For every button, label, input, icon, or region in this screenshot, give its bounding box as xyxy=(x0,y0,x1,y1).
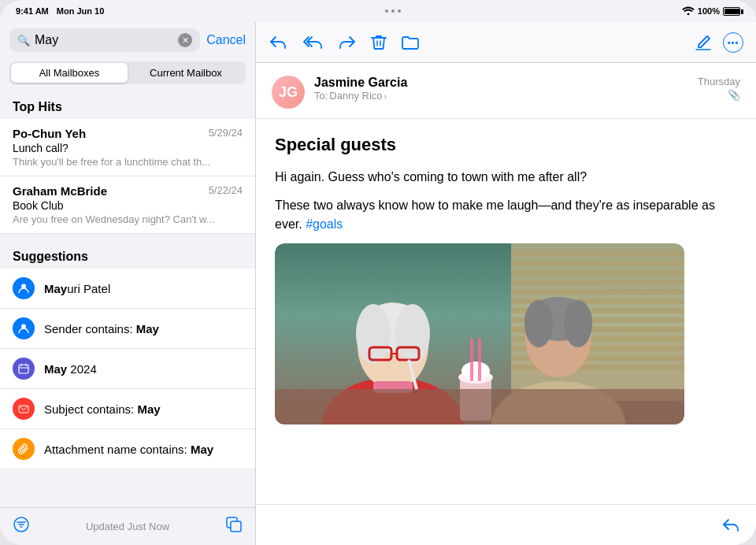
svg-rect-18 xyxy=(511,251,684,257)
compose-button[interactable] xyxy=(695,34,712,51)
suggestion-date[interactable]: May 2024 xyxy=(0,349,255,389)
battery-percent: 100% xyxy=(698,6,720,16)
email-meta: Jasmine Garcia To: Danny Rico › xyxy=(314,76,688,102)
email-item-2[interactable]: Graham McBride 5/22/24 Book Club Are you… xyxy=(0,176,255,234)
email-footer xyxy=(256,504,756,545)
svg-rect-21 xyxy=(511,280,684,285)
trash-button[interactable] xyxy=(371,34,387,51)
filter-icon[interactable] xyxy=(13,516,30,537)
to-chevron-icon: › xyxy=(384,91,387,101)
current-mailbox-tab[interactable]: Current Mailbox xyxy=(128,63,244,83)
search-icon: 🔍 xyxy=(17,35,30,46)
all-mailboxes-tab[interactable]: All Mailboxes xyxy=(11,63,128,83)
suggestion-attachment-text: Attachment name contains: May xyxy=(44,443,213,456)
email-preview-2: Are you free on Wednesday night? Can't w… xyxy=(13,213,243,225)
hashtag: #goals xyxy=(306,217,343,231)
email-timestamp-block: Thursday 📎 xyxy=(698,76,740,101)
status-time: 9:41 AM xyxy=(16,6,49,16)
svg-rect-22 xyxy=(511,289,684,295)
svg-rect-2 xyxy=(19,365,28,373)
suggestions-label: Suggestions xyxy=(0,240,255,269)
svg-point-35 xyxy=(395,304,430,364)
svg-rect-20 xyxy=(511,270,684,276)
has-attachment-icon: 📎 xyxy=(698,89,740,101)
person-icon xyxy=(13,277,35,299)
status-left: 9:41 AM Mon Jun 10 xyxy=(16,6,104,16)
email-body-line1: Hi again. Guess who's coming to town wit… xyxy=(275,168,737,187)
email-header-section: JG Jasmine Garcia To: Danny Rico › Thurs… xyxy=(256,63,756,119)
suggestion-subject-text: Subject contains: May xyxy=(44,402,161,416)
email-date-1: 5/29/24 xyxy=(209,127,243,140)
reply-bottom-button[interactable] xyxy=(721,517,740,534)
search-results: Top Hits Po-Chun Yeh 5/29/24 Lunch call?… xyxy=(0,91,255,507)
email-to[interactable]: To: Danny Rico › xyxy=(314,90,688,102)
suggestion-person[interactable]: Mayuri Patel xyxy=(0,269,255,309)
more-options-button[interactable]: ••• xyxy=(723,32,743,53)
status-bar: 9:41 AM Mon Jun 10 100% xyxy=(0,0,756,22)
svg-rect-50 xyxy=(478,338,481,381)
svg-point-48 xyxy=(461,361,490,380)
svg-rect-19 xyxy=(511,261,684,266)
status-date: Mon Jun 10 xyxy=(57,6,105,16)
bottom-bar: Updated Just Now xyxy=(0,507,255,545)
toolbar-left xyxy=(269,34,420,51)
forward-button[interactable] xyxy=(338,34,357,51)
search-bar: 🔍 May ✕ Cancel xyxy=(0,22,255,58)
sender-icon xyxy=(13,317,35,339)
sender-avatar: JG xyxy=(272,76,305,109)
reply-all-button[interactable] xyxy=(302,34,324,51)
battery-icon xyxy=(723,7,740,16)
svg-rect-49 xyxy=(470,338,473,381)
clear-search-button[interactable]: ✕ xyxy=(178,33,192,47)
email-sender-2: Graham McBride xyxy=(13,184,107,198)
email-item-1[interactable]: Po-Chun Yeh 5/29/24 Lunch call? Think yo… xyxy=(0,119,255,176)
email-body-line2: These two always know how to make me lau… xyxy=(275,196,737,234)
reply-button[interactable] xyxy=(269,34,287,51)
top-hits-label: Top Hits xyxy=(0,91,255,119)
email-sender-1: Po-Chun Yeh xyxy=(13,127,86,140)
email-subject-1: Lunch call? xyxy=(13,142,243,154)
search-input-wrapper[interactable]: 🔍 May ✕ xyxy=(9,28,200,52)
envelope-icon xyxy=(13,398,35,420)
cancel-search-button[interactable]: Cancel xyxy=(206,33,246,47)
status-right: 100% xyxy=(682,6,740,17)
left-panel: 🔍 May ✕ Cancel All Mailboxes Current Mai… xyxy=(0,22,256,545)
email-image xyxy=(275,243,684,425)
to-recipient: Danny Rico xyxy=(329,90,382,102)
battery-fill xyxy=(724,9,739,14)
toolbar-right: ••• xyxy=(695,32,743,53)
svg-point-45 xyxy=(564,300,592,347)
attachment-icon xyxy=(13,438,35,460)
suggestion-person-text: Mayuri Patel xyxy=(44,282,110,295)
wifi-icon xyxy=(682,6,695,17)
email-header-2: Graham McBride 5/22/24 xyxy=(13,184,243,198)
suggestion-sender-text: Sender contains: May xyxy=(44,322,159,336)
email-subject-title: Special guests xyxy=(275,135,737,155)
update-status: Updated Just Now xyxy=(86,521,169,532)
dot2 xyxy=(391,9,395,13)
status-center xyxy=(385,9,401,13)
email-timestamp: Thursday xyxy=(698,76,740,87)
suggestion-sender[interactable]: Sender contains: May xyxy=(0,309,255,349)
email-toolbar: ••• xyxy=(256,22,756,63)
right-panel: ••• JG Jasmine Garcia To: Danny Rico › xyxy=(256,22,756,545)
to-label: To: xyxy=(314,90,328,102)
suggestion-date-text: May 2024 xyxy=(44,362,97,376)
suggestion-subject[interactable]: Subject contains: May xyxy=(0,389,255,429)
email-content: JG Jasmine Garcia To: Danny Rico › Thurs… xyxy=(256,63,756,504)
dot3 xyxy=(398,9,401,13)
compose-multiwindow-icon[interactable] xyxy=(225,516,243,537)
svg-point-34 xyxy=(356,304,391,364)
email-body: Special guests Hi again. Guess who's com… xyxy=(256,119,756,450)
move-to-folder-button[interactable] xyxy=(401,34,420,51)
email-preview-1: Think you'll be free for a lunchtime cha… xyxy=(13,156,243,168)
app-container: 🔍 May ✕ Cancel All Mailboxes Current Mai… xyxy=(0,22,756,545)
svg-rect-12 xyxy=(231,521,241,532)
svg-rect-51 xyxy=(275,389,684,425)
email-subject-2: Book Club xyxy=(13,199,243,212)
suggestion-attachment[interactable]: Attachment name contains: May xyxy=(0,429,255,469)
search-input[interactable]: May xyxy=(35,33,173,47)
ipad-frame: 9:41 AM Mon Jun 10 100% xyxy=(0,0,756,545)
calendar-icon xyxy=(13,358,35,380)
email-date-2: 5/22/24 xyxy=(209,184,243,198)
